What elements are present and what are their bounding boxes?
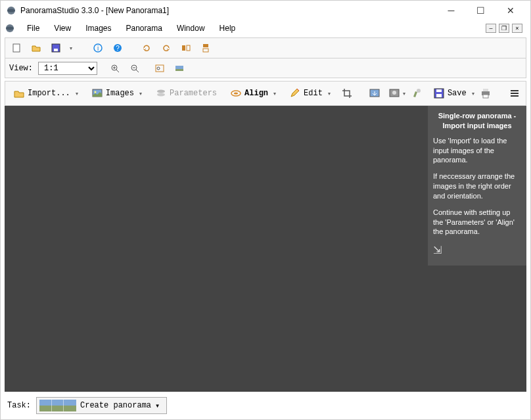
mdi-close-button[interactable]: × [512,24,522,33]
zoom-in-button[interactable] [108,61,122,76]
doc-icon [5,23,15,34]
print-button[interactable] [478,86,493,101]
zoom-out-button[interactable] [127,61,142,76]
svg-text:i: i [97,45,99,52]
open-button[interactable] [29,41,43,55]
svg-point-35 [417,89,421,93]
task-create-panorama-button[interactable]: Create panorama ▾ [36,397,167,414]
menu-hamburger-button[interactable] [507,86,522,101]
svg-rect-25 [175,69,183,71]
view-label: View: [9,64,33,73]
svg-rect-14 [203,49,208,52]
hint-collapse-icon[interactable]: ⇲ [433,243,521,258]
import-label: Import... [28,89,70,98]
svg-rect-12 [187,45,190,51]
svg-rect-38 [436,89,442,92]
svg-rect-37 [436,94,442,97]
export-dropdown[interactable]: ▾ [403,91,405,97]
menu-panorama[interactable]: Panorama [120,22,169,35]
menu-view[interactable]: View [47,22,78,35]
svg-point-31 [234,93,238,95]
window-title: PanoramaStudio 3.3.0 - [New Panorama1] [20,6,436,15]
crop-button[interactable] [340,86,354,101]
align-button[interactable]: Align [226,85,272,101]
preview-button[interactable] [172,61,187,76]
parameters-button[interactable]: Parameters [151,85,221,101]
svg-line-16 [116,70,119,72]
images-button[interactable]: Images [87,85,138,101]
save-project-button[interactable]: Save [429,85,471,101]
view-toolbar: View: 1:1 [5,58,526,78]
save-label: Save [448,89,467,98]
svg-point-27 [94,91,96,93]
new-button[interactable] [9,41,24,55]
svg-point-34 [392,91,396,95]
hint-text-2: If neccessary arrange the images in the … [433,172,521,201]
retouch-button[interactable] [409,86,424,101]
taskbar: Task: Create panorama ▾ [1,392,530,419]
svg-point-3 [6,27,14,30]
close-button[interactable]: ✕ [496,1,525,20]
task-dropdown-caret: ▾ [155,401,160,411]
standard-toolbar: ▾ i ? [5,37,526,58]
help-button[interactable]: ? [110,41,125,55]
align-label: Align [244,89,268,98]
zoom-select[interactable]: 1:1 [38,62,97,75]
rotate-cw-button[interactable] [159,41,173,55]
hint-title: Single-row panorama - Import input image… [433,111,521,131]
panorama-thumb-icon [39,400,76,411]
flip-v-button[interactable] [198,41,213,55]
menu-file[interactable]: File [20,22,46,35]
titlebar: PanoramaStudio 3.3.0 - [New Panorama1] ─… [1,1,530,20]
align-dropdown[interactable]: ▾ [273,91,276,97]
images-dropdown[interactable]: ▾ [139,91,142,97]
svg-point-28 [157,90,165,93]
app-icon [6,5,16,16]
svg-point-1 [7,9,15,12]
export-image-button[interactable] [367,86,382,101]
save-project-dropdown[interactable]: ▾ [472,91,474,97]
rotate-ccw-button[interactable] [139,41,154,55]
svg-rect-4 [13,44,20,52]
svg-rect-6 [54,49,58,51]
menu-images[interactable]: Images [79,22,118,35]
save-button[interactable] [49,41,63,55]
svg-text:?: ? [116,45,120,52]
main-toolbar: Import... ▾ Images ▾ Parameters Align ▾ … [5,81,526,106]
flip-h-button[interactable] [179,41,193,55]
hint-panel: Single-row panorama - Import input image… [428,106,526,266]
mdi-minimize-button[interactable]: – [486,24,496,33]
menubar: File View Images Panorama Window Help – … [1,20,530,36]
import-button[interactable]: Import... [9,85,74,101]
canvas-area[interactable]: Single-row panorama - Import input image… [5,106,526,392]
svg-rect-40 [483,89,488,91]
mdi-restore-button[interactable]: ❐ [499,24,509,33]
menu-window[interactable]: Window [170,22,212,35]
hint-text-1: Use 'Import' to load the input images of… [433,136,521,166]
svg-rect-41 [483,95,488,98]
edit-dropdown[interactable]: ▾ [328,91,331,97]
task-label: Task: [7,401,31,410]
minimize-button[interactable]: ─ [436,1,466,20]
svg-rect-11 [182,45,185,51]
edit-label: Edit [304,89,323,98]
edit-button[interactable]: Edit [285,85,327,101]
svg-line-20 [136,70,139,72]
images-label: Images [106,89,134,98]
info-button[interactable]: i [91,41,105,55]
parameters-label: Parameters [170,89,217,98]
svg-point-23 [157,67,160,70]
menu-help[interactable]: Help [213,22,242,35]
maximize-button[interactable]: ☐ [466,1,496,20]
task-button-label: Create panorama [80,401,151,410]
fit-button[interactable] [152,61,167,76]
hint-text-3: Continue with setting up the 'Parameters… [433,208,521,237]
svg-rect-13 [203,44,208,47]
import-dropdown[interactable]: ▾ [76,91,78,97]
export-interactive-button[interactable] [387,86,402,101]
save-dropdown[interactable]: ▾ [70,45,72,51]
svg-point-29 [157,93,165,97]
